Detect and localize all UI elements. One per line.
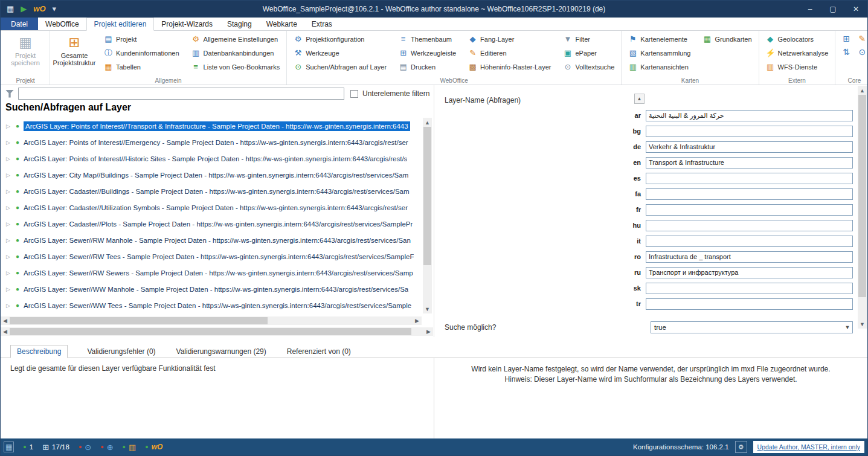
tab-datei[interactable]: Datei (1, 18, 38, 30)
save-icon[interactable]: ▦ (7, 1, 14, 18)
ribbon-button-werkzeugleiste[interactable]: ⊞Werkzeugleiste (396, 47, 458, 59)
app-tile-icon[interactable]: ▦ (4, 442, 14, 452)
project-count-status[interactable]: ●1 (23, 443, 33, 451)
package-service-status[interactable]: ●▥ (123, 443, 137, 452)
layer-name-input-es[interactable] (646, 173, 853, 184)
tab-validierungsfehler-0[interactable]: Validierungsfehler (0) (86, 345, 156, 358)
layer-name-input-de[interactable] (646, 141, 853, 153)
core-user-search-icon[interactable]: ⊙ (855, 47, 868, 57)
tree-item[interactable]: ▷●ArcGIS Layer: Sewer//WW Tees - Sample … (1, 297, 422, 313)
subelements-filter-checkbox[interactable] (350, 90, 358, 98)
form-scroll-up-button[interactable]: ▲ (634, 94, 645, 104)
core-brush-icon[interactable]: ✎ (855, 34, 868, 43)
scroll-left-arrow-icon[interactable]: ◀ (1, 316, 10, 325)
ribbon-button-werkzeuge[interactable]: ⚒Werkzeuge (291, 47, 389, 59)
tree-vscroll-thumb[interactable] (423, 127, 431, 265)
tree-item[interactable]: ▷●ArcGIS Layer: Points of Interest//Hist… (1, 150, 422, 167)
maximize-button[interactable]: ▢ (821, 1, 844, 18)
layer-name-input-it[interactable] (646, 236, 853, 247)
layer-name-input-bg[interactable] (646, 126, 853, 137)
search-possible-select[interactable]: true ▼ (651, 321, 853, 333)
layer-name-input-hu[interactable] (646, 220, 853, 231)
tree-item[interactable]: ▷●ArcGIS Layer: Sewer//RW Tees - Sample … (1, 248, 422, 265)
layer-name-input-fr[interactable] (646, 204, 853, 216)
tab-referenziert-von-0[interactable]: Referenziert von (0) (286, 345, 352, 358)
expand-caret-icon[interactable]: ▷ (6, 156, 11, 162)
layer-name-input-tr[interactable] (646, 298, 853, 310)
scroll-down-arrow-icon[interactable]: ▼ (423, 304, 432, 313)
layer-name-input-ro[interactable] (646, 251, 853, 263)
weboffice-service-status[interactable]: ●wO (145, 443, 162, 451)
core-grid-icon[interactable]: ⊞ (840, 34, 853, 43)
tab-validierungswarnungen-29[interactable]: Validierungswarnungen (29) (175, 345, 268, 358)
ribbon-button-kartenelemente[interactable]: ⚑Kartenelemente (626, 33, 693, 45)
ribbon-button-allgemeine-einstellungen[interactable]: ⚙Allgemeine Einstellungen (189, 33, 283, 45)
expand-caret-icon[interactable]: ▷ (6, 172, 11, 178)
ribbon-button-gesamte-projektstruktur[interactable]: ⊞Gesamte Projektstruktur (54, 33, 94, 66)
tab-extras[interactable]: Extras (304, 18, 339, 30)
search-service-status[interactable]: ●⊙ (79, 443, 91, 452)
tree-item[interactable]: ▷●ArcGIS Layer: Points of Interest//Emer… (1, 134, 422, 150)
key-icon[interactable]: ⚙ (735, 441, 747, 453)
run-icon[interactable]: ▶ (21, 1, 27, 18)
scroll-up-arrow-icon[interactable]: ▲ (858, 86, 867, 95)
ribbon-button-projekt[interactable]: ▤Projekt (101, 33, 182, 45)
ribbon-button-geolocators[interactable]: ◆Geolocators (764, 33, 831, 45)
ribbon-button-datenbankanbindungen[interactable]: ▥Datenbankanbindungen (189, 47, 283, 59)
filter-input[interactable] (18, 88, 344, 100)
ribbon-button-fang-layer[interactable]: ◆Fang-Layer (466, 33, 553, 45)
update-author-link[interactable]: Update Author, MASTER, intern only (753, 441, 864, 453)
ribbon-button-wfs-dienste[interactable]: ▥WFS-Dienste (764, 60, 831, 73)
ribbon-button-themenbaum[interactable]: ≡Themenbaum (396, 33, 458, 45)
expand-caret-icon[interactable]: ▷ (6, 254, 11, 260)
scroll-up-arrow-icon[interactable]: ▲ (423, 118, 432, 127)
weboffice-logo[interactable]: wO (33, 1, 45, 18)
layer-name-input-sk[interactable] (646, 283, 853, 294)
ribbon-button-drucken[interactable]: ▤Drucken (396, 60, 458, 73)
expand-caret-icon[interactable]: ▷ (6, 286, 11, 292)
layer-name-input-en[interactable] (646, 157, 853, 169)
tab-beschreibung[interactable]: Beschreibung (10, 345, 68, 358)
tree-item[interactable]: ▷●ArcGIS Layer: Cadaster//Buildings - Sa… (1, 183, 422, 199)
expand-caret-icon[interactable]: ▷ (6, 237, 11, 243)
panel-hscroll-thumb[interactable] (10, 328, 411, 335)
layer-name-input-ru[interactable] (646, 267, 853, 278)
ribbon-button-projektkonfiguration[interactable]: ⚙Projektkonfiguration (291, 33, 389, 45)
ribbon-button-editieren[interactable]: ✎Editieren (466, 47, 553, 59)
expand-caret-icon[interactable]: ▷ (6, 303, 11, 309)
tree-hscroll-thumb[interactable] (10, 317, 268, 324)
ribbon-button-netzwerkanalyse[interactable]: ⚡Netzwerkanalyse (764, 47, 831, 59)
ribbon-button-kartensammlung[interactable]: ▧Kartensammlung (626, 47, 693, 59)
core-sync-icon[interactable]: ⇅ (840, 47, 853, 57)
tab-projekt-wizards[interactable]: Projekt-Wizards (154, 18, 220, 30)
tab-weboffice[interactable]: WebOffice (38, 18, 86, 30)
ribbon-button-suchen-abfragen-auf-layer[interactable]: ⊙Suchen/Abfragen auf Layer (291, 60, 389, 73)
minimize-button[interactable]: – (799, 1, 821, 18)
ribbon-button-epaper[interactable]: ▣ePaper (561, 47, 617, 59)
layer-count-status[interactable]: ⊞17/18 (42, 443, 69, 452)
layer-name-input-fa[interactable] (646, 188, 853, 200)
scroll-down-arrow-icon[interactable]: ▼ (858, 320, 867, 329)
expand-caret-icon[interactable]: ▷ (6, 205, 11, 211)
properties-vscroll-thumb[interactable] (858, 95, 866, 297)
ribbon-button-liste-von-geo-bookmarks[interactable]: ≡Liste von Geo-Bookmarks (189, 60, 283, 73)
expand-caret-icon[interactable]: ▷ (6, 140, 11, 146)
caret-down-icon[interactable]: ▾ (53, 1, 57, 18)
expand-caret-icon[interactable]: ▷ (6, 270, 11, 276)
ribbon-button-filter[interactable]: ▼Filter (561, 33, 617, 45)
ribbon-button-kartenansichten[interactable]: ▥Kartenansichten (626, 60, 693, 73)
tree-item[interactable]: ▷●ArcGIS Layer: Sewer//WW Manhole - Samp… (1, 281, 422, 297)
expand-caret-icon[interactable]: ▷ (6, 188, 11, 194)
tree-item[interactable]: ▷●ArcGIS Layer: City Map//Buildings - Sa… (1, 167, 422, 183)
tree-item[interactable]: ▷●ArcGIS Layer: Cadaster//Utilization Sy… (1, 199, 422, 216)
tree-item[interactable]: ▷●ArcGIS Layer: Sewer//RW Sewers - Sampl… (1, 265, 422, 281)
ribbon-button-höheninfo-raster-layer[interactable]: ▩Höheninfo-Raster-Layer (466, 60, 553, 73)
tab-staging[interactable]: Staging (220, 18, 259, 30)
ribbon-button-tabellen[interactable]: ▦Tabellen (101, 60, 182, 73)
tree-item[interactable]: ▷●ArcGIS Layer: Points of Interest//Tran… (1, 118, 422, 134)
scroll-left-arrow-icon[interactable]: ◀ (1, 327, 10, 336)
tree-item[interactable]: ▷●ArcGIS Layer: Sewer//RW Manhole - Samp… (1, 232, 422, 248)
tab-projekt-editieren[interactable]: Projekt editieren (86, 18, 155, 31)
scroll-right-arrow-icon[interactable]: ▶ (424, 327, 433, 336)
ribbon-button-kundeninformationen[interactable]: ⓘKundeninformationen (101, 47, 182, 59)
